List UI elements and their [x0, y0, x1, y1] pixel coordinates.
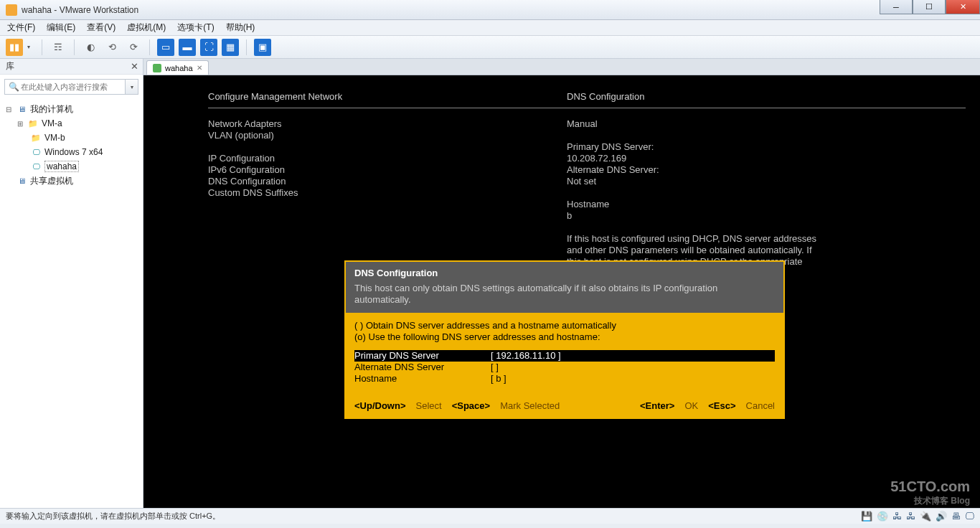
dialog-body: ( ) Obtain DNS server addresses and a ho… [346, 313, 783, 418]
folder-icon: 📁 [27, 118, 39, 128]
tree-label: VM-b [44, 133, 65, 143]
tree-root[interactable]: ⊟ 🖥 我的计算机 [0, 102, 143, 116]
maximize-button[interactable] [913, 0, 946, 14]
field-label: Hostname [354, 373, 491, 385]
tree-shared[interactable]: 🖥 共享虚拟机 [0, 174, 143, 188]
field-label: Alternate DNS Server [354, 362, 491, 373]
console-title-left: Configure Management Network [208, 91, 567, 102]
usb-icon[interactable]: 🔌 [920, 511, 931, 522]
minimize-button[interactable] [880, 0, 913, 14]
shared-icon: 🖥 [16, 176, 27, 186]
toolbar-separator [42, 39, 42, 55]
snapshot-manager-button[interactable]: ◐ [82, 39, 99, 56]
vm-tree: ⊟ 🖥 我的计算机 ⊞ 📁 VM-a 📁 VM-b 🖵 Windows 7 x6… [0, 99, 143, 508]
key-enter: <Enter> [640, 400, 674, 412]
computer-icon: 🖥 [16, 104, 27, 114]
key-updown: <Up/Down> [354, 400, 406, 412]
console-view-button[interactable]: ⛶ [200, 39, 217, 56]
display-icon[interactable]: 🖵 [965, 511, 974, 522]
search-input[interactable] [4, 79, 126, 95]
alternate-dns-field[interactable]: Alternate DNS Server [ ] [354, 362, 775, 373]
vm-icon: 🖵 [30, 161, 42, 171]
dns-option-manual[interactable]: (o) Use the following DNS server address… [354, 331, 775, 343]
toolbar-separator [149, 39, 150, 55]
window-controls [880, 0, 980, 14]
dialog-fields: Primary DNS Server [ 192.168.11.10 ] Alt… [354, 350, 775, 385]
menu-help[interactable]: 帮助(H) [226, 22, 255, 34]
dialog-header: DNS Configuration This host can only obt… [346, 262, 783, 313]
tab-label: wahaha [165, 64, 193, 72]
tree-item-win7[interactable]: 🖵 Windows 7 x64 [0, 145, 143, 159]
action-mark: Mark Selected [500, 400, 560, 412]
titlebar: wahaha - VMware Workstation [0, 0, 980, 20]
vm-running-icon [153, 64, 161, 72]
sidebar-close-icon[interactable]: ✕ [131, 61, 138, 72]
action-cancel: Cancel [746, 400, 775, 412]
dialog-title: DNS Configuration [354, 268, 775, 278]
sidebar: 库 ✕ 🔍 ▾ ⊟ 🖥 我的计算机 ⊞ 📁 VM-a 📁 VM-b [0, 59, 143, 508]
search-dropdown[interactable]: ▾ [126, 79, 138, 95]
hdd-icon[interactable]: 💾 [861, 511, 872, 522]
console-content: Configure Management Network DNS Configu… [208, 91, 966, 268]
action-select: Select [416, 400, 442, 412]
hostname-field[interactable]: Hostname [ b ] [354, 373, 775, 385]
menu-file[interactable]: 文件(F) [7, 22, 35, 34]
close-button[interactable] [946, 0, 980, 14]
take-snapshot-button[interactable]: ⟳ [125, 39, 142, 56]
printer-icon[interactable]: 🖶 [951, 511, 961, 522]
revert-button[interactable]: ⟲ [103, 39, 121, 56]
console-left-column: Network Adapters VLAN (optional) IP Conf… [208, 118, 567, 268]
menu-tabs[interactable]: 选项卡(T) [177, 22, 214, 34]
net-icon[interactable]: 🖧 [892, 511, 902, 522]
tree-label: Windows 7 x64 [44, 147, 103, 157]
unity-button[interactable]: ▬ [179, 39, 196, 56]
field-value: [ 192.168.11.10 ] [491, 350, 775, 362]
action-ok: OK [684, 400, 698, 412]
sidebar-header: 库 ✕ [0, 59, 143, 75]
console-divider [208, 108, 966, 108]
tree-label: 我的计算机 [30, 103, 73, 116]
status-bar: 要将输入定向到该虚拟机，请在虚拟机内部单击或按 Ctrl+G。 💾 💿 🖧 🖧 … [0, 508, 980, 524]
sidebar-title: 库 [6, 60, 14, 72]
power-dropdown[interactable]: ▾ [27, 44, 34, 50]
key-space: <Space> [452, 400, 491, 412]
tab-wahaha[interactable]: wahaha ✕ [146, 60, 209, 75]
menu-view[interactable]: 查看(V) [87, 22, 116, 34]
thumbnail-button[interactable]: ▦ [222, 39, 239, 56]
dns-config-dialog: DNS Configuration This host can only obt… [344, 260, 785, 419]
tree-label: 共享虚拟机 [30, 175, 73, 187]
cd-icon[interactable]: 💿 [877, 511, 888, 522]
dialog-footer: <Up/Down> Select <Space> Mark Selected <… [354, 400, 775, 412]
tree-item-vma[interactable]: ⊞ 📁 VM-a [0, 116, 143, 131]
toolbar-separator [246, 39, 247, 55]
field-value: [ ] [491, 362, 775, 373]
expand-icon[interactable]: ⊟ [4, 105, 13, 113]
dns-option-auto[interactable]: ( ) Obtain DNS server addresses and a ho… [354, 320, 775, 331]
folder-icon: 📁 [30, 133, 42, 143]
menubar: 文件(F) 编辑(E) 查看(V) 虚拟机(M) 选项卡(T) 帮助(H) [0, 20, 980, 36]
field-label: Primary DNS Server [354, 350, 491, 362]
primary-dns-field[interactable]: Primary DNS Server [ 192.168.11.10 ] [354, 350, 775, 362]
tree-item-vmb[interactable]: 📁 VM-b [0, 131, 143, 145]
dialog-subtitle: This host can only obtain DNS settings a… [354, 283, 775, 306]
tab-strip: wahaha ✕ [143, 59, 980, 75]
window-title: wahaha - VMware Workstation [22, 5, 138, 15]
stretch-button[interactable]: ▣ [254, 39, 271, 56]
tree-label: VM-a [42, 118, 62, 128]
tab-close-icon[interactable]: ✕ [197, 64, 202, 72]
field-value: [ b ] [491, 373, 775, 385]
tree-item-wahaha[interactable]: 🖵 wahaha [0, 159, 143, 174]
net2-icon[interactable]: 🖧 [906, 511, 915, 522]
expand-icon[interactable]: ⊞ [16, 120, 24, 128]
console-title-right: DNS Configuration [567, 91, 644, 102]
power-on-button[interactable]: ▮▮ [6, 39, 23, 56]
sound-icon[interactable]: 🔊 [936, 511, 947, 522]
fullscreen-button[interactable]: ▭ [157, 39, 174, 56]
vm-icon: 🖵 [30, 147, 42, 157]
snapshot-button[interactable]: ☶ [50, 39, 67, 56]
toolbar: ▮▮ ▾ ☶ ◐ ⟲ ⟳ ▭ ▬ ⛶ ▦ ▣ [0, 36, 980, 59]
menu-vm[interactable]: 虚拟机(M) [127, 22, 166, 34]
key-esc: <Esc> [708, 400, 735, 412]
app-icon [6, 4, 17, 16]
menu-edit[interactable]: 编辑(E) [47, 22, 75, 34]
